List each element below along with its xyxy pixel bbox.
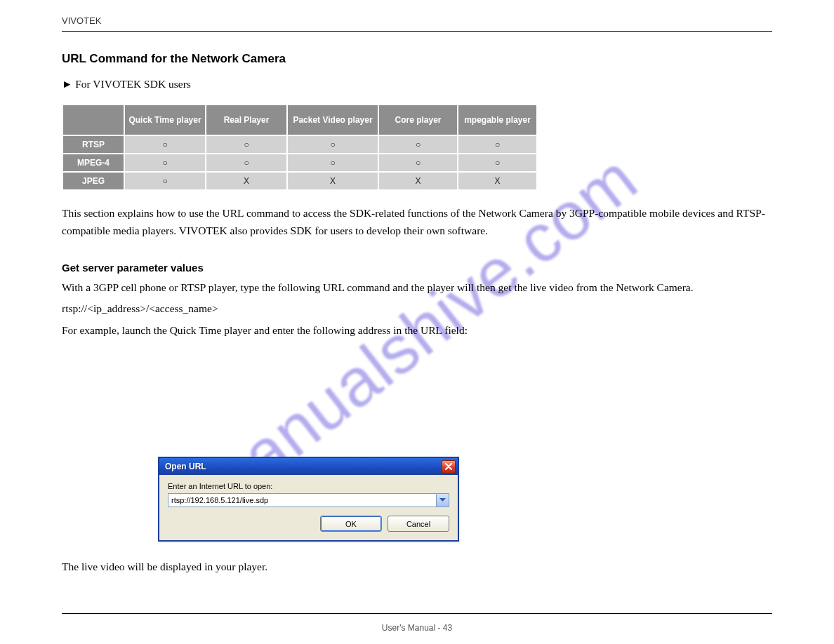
table-cell: ○ (287, 135, 378, 154)
table-cell: ○ (124, 135, 206, 154)
table-row: MPEG-4 ○ ○ ○ ○ ○ (62, 154, 537, 172)
table-cell: ○ (378, 135, 458, 154)
page-number: User's Manual - 43 (0, 623, 834, 633)
url-combobox[interactable]: rtsp://192.168.5.121/live.sdp (168, 493, 449, 507)
top-rule (62, 31, 772, 32)
table-cell: X (378, 172, 458, 190)
table-cell: ○ (378, 154, 458, 172)
dialog-titlebar[interactable]: Open URL (159, 458, 458, 475)
table-row: JPEG ○ X X X X (62, 172, 537, 190)
paragraph: This section explains how to use the URL… (62, 205, 772, 240)
row-head: RTSP (62, 135, 124, 154)
dialog-label: Enter an Internet URL to open: (168, 482, 449, 490)
table-cell: X (287, 172, 378, 190)
table-header-row: Quick Time player Real Player Packet Vid… (62, 105, 537, 135)
table-header: Real Player (206, 105, 287, 135)
dialog-title: Open URL (165, 462, 206, 471)
table-cell: ○ (206, 135, 287, 154)
table-cell: ○ (206, 154, 287, 172)
row-head: JPEG (62, 172, 124, 190)
table-cell: X (206, 172, 287, 190)
row-head: MPEG-4 (62, 154, 124, 172)
cancel-button[interactable]: Cancel (388, 516, 449, 532)
table-header (62, 105, 124, 135)
table-cell: X (458, 172, 537, 190)
player-support-table: Quick Time player Real Player Packet Vid… (62, 104, 538, 191)
body-text-block: This section explains how to use the URL… (62, 205, 772, 344)
table-cell: ○ (124, 172, 206, 190)
url-input-value[interactable]: rtsp://192.168.5.121/live.sdp (168, 494, 436, 507)
bottom-rule (62, 613, 772, 614)
ok-button[interactable]: OK (320, 516, 382, 532)
table-header: mpegable player (458, 105, 537, 135)
table-cell: ○ (287, 154, 378, 172)
table-cell: ○ (458, 154, 537, 172)
section-title: URL Command for the Network Camera (62, 52, 286, 66)
close-icon[interactable] (442, 460, 456, 474)
table-header: Core player (378, 105, 458, 135)
table-header: Packet Video player (287, 105, 378, 135)
paragraph: For example, launch the Quick Time playe… (62, 322, 772, 340)
after-dialog-text: The live video will be displayed in your… (62, 558, 772, 576)
open-url-dialog: Open URL Enter an Internet URL to open: … (158, 457, 459, 542)
sub-heading: Get server parameter values (62, 260, 772, 276)
dialog-button-row: OK Cancel (168, 516, 449, 532)
table-header: Quick Time player (124, 105, 206, 135)
table-cell: ○ (458, 135, 537, 154)
running-head: VIVOTEK (62, 15, 101, 26)
paragraph: With a 3GPP cell phone or RTSP player, t… (62, 279, 772, 297)
url-template: rtsp://<ip_address>/<access_name> (62, 300, 772, 318)
lead-note: ► For VIVOTEK SDK users (62, 77, 772, 92)
table-cell: ○ (124, 154, 206, 172)
chevron-down-icon[interactable] (436, 494, 449, 507)
dialog-body: Enter an Internet URL to open: rtsp://19… (159, 475, 458, 540)
table-row: RTSP ○ ○ ○ ○ ○ (62, 135, 537, 154)
